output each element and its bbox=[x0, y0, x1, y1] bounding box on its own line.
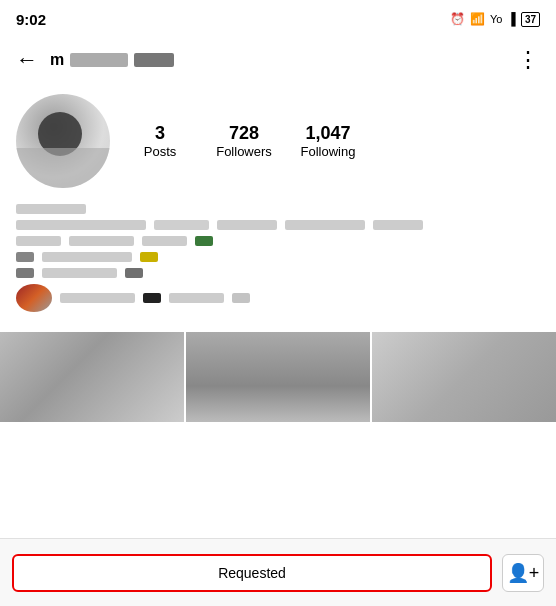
status-time: 9:02 bbox=[16, 11, 46, 28]
alarm-icon: ⏰ bbox=[450, 12, 465, 26]
bio-row-1 bbox=[16, 204, 540, 214]
bio-blur-7 bbox=[16, 236, 61, 246]
back-button[interactable]: ← bbox=[16, 47, 38, 73]
bio-blur-15 bbox=[60, 293, 135, 303]
bio-avatar-small bbox=[16, 284, 52, 312]
bio-area bbox=[0, 202, 556, 326]
nav-bar: ← m ⋮ bbox=[0, 36, 556, 84]
followers-stat[interactable]: 728 Followers bbox=[214, 123, 274, 159]
bio-color-yellow bbox=[140, 252, 158, 262]
bio-row-4 bbox=[16, 252, 540, 262]
bio-blur-9 bbox=[142, 236, 187, 246]
bio-row-6 bbox=[16, 284, 540, 312]
posts-count: 3 bbox=[155, 123, 165, 144]
username-blur-1 bbox=[70, 53, 128, 67]
bio-row-2 bbox=[16, 220, 540, 230]
add-person-icon: 👤+ bbox=[507, 562, 540, 584]
avatar-light bbox=[16, 148, 110, 188]
bio-blur-13 bbox=[42, 268, 117, 278]
status-bar: 9:02 ⏰ 📶 Yo ▐ 37 bbox=[0, 0, 556, 36]
profile-section: 3 Posts 728 Followers 1,047 Following bbox=[0, 84, 556, 202]
post-3[interactable] bbox=[372, 332, 556, 422]
posts-row-1 bbox=[0, 332, 556, 422]
nav-left: ← m bbox=[16, 47, 174, 73]
bio-color-green bbox=[195, 236, 213, 246]
bio-blur-8 bbox=[69, 236, 134, 246]
bio-blur-16 bbox=[143, 293, 161, 303]
following-stat[interactable]: 1,047 Following bbox=[298, 123, 358, 159]
bio-row-5 bbox=[16, 268, 540, 278]
bio-blur-14 bbox=[125, 268, 143, 278]
cellular-icon: ▐ bbox=[507, 12, 516, 26]
posts-label: Posts bbox=[144, 144, 177, 159]
bio-blur-4 bbox=[217, 220, 277, 230]
bio-blur-12 bbox=[16, 268, 34, 278]
bio-blur-11 bbox=[42, 252, 132, 262]
status-icons: ⏰ 📶 Yo ▐ 37 bbox=[450, 12, 540, 27]
bio-blur-5 bbox=[285, 220, 365, 230]
avatar[interactable] bbox=[16, 94, 110, 188]
following-label: Following bbox=[301, 144, 356, 159]
username-area: m bbox=[50, 51, 174, 69]
battery-indicator: 37 bbox=[521, 12, 540, 27]
followers-label: Followers bbox=[216, 144, 272, 159]
requested-button[interactable]: Requested bbox=[12, 554, 492, 592]
bio-row-3 bbox=[16, 236, 540, 246]
post-2[interactable] bbox=[186, 332, 370, 422]
bottom-action-bar: Requested 👤+ bbox=[0, 538, 556, 606]
follow-user-button[interactable]: 👤+ bbox=[502, 554, 544, 592]
avatar-image bbox=[16, 94, 110, 188]
wifi-icon: 📶 bbox=[470, 12, 485, 26]
bio-blur-18 bbox=[232, 293, 250, 303]
bio-blur-6 bbox=[373, 220, 423, 230]
more-options-button[interactable]: ⋮ bbox=[517, 47, 540, 73]
followers-count: 728 bbox=[229, 123, 259, 144]
post-1[interactable] bbox=[0, 332, 184, 422]
requested-label: Requested bbox=[218, 565, 286, 581]
bio-blur-1 bbox=[16, 204, 86, 214]
following-count: 1,047 bbox=[305, 123, 350, 144]
bio-blur-3 bbox=[154, 220, 209, 230]
stats-container: 3 Posts 728 Followers 1,047 Following bbox=[130, 123, 540, 159]
bio-blur-2 bbox=[16, 220, 146, 230]
posts-grid bbox=[0, 326, 556, 430]
username-blur-2 bbox=[134, 53, 174, 67]
bio-blur-17 bbox=[169, 293, 224, 303]
bio-blur-10 bbox=[16, 252, 34, 262]
signal-icon: Yo bbox=[490, 13, 502, 25]
username-initial: m bbox=[50, 51, 64, 69]
posts-stat[interactable]: 3 Posts bbox=[130, 123, 190, 159]
